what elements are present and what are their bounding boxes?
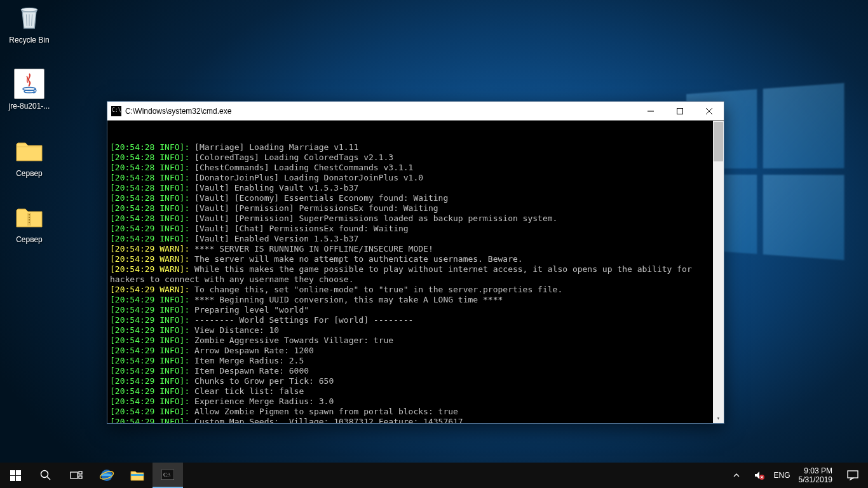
log-line: [20:54:28 INFO]: [Vault] [Permission] Su…: [110, 214, 710, 224]
jre-installer-icon[interactable]: jre-8u201-...: [5, 69, 53, 111]
log-line: [20:54:29 WARN]: The server will make no…: [110, 254, 710, 264]
log-text: Item Merge Radius: 2.5: [189, 356, 304, 365]
svg-rect-13: [16, 470, 21, 475]
ie-icon: [99, 468, 114, 483]
log-line: [20:54:29 INFO]: Preparing level "world": [110, 305, 710, 315]
log-text: -------- World Settings For [world] ----…: [189, 315, 413, 325]
svg-rect-9: [677, 108, 683, 114]
log-timestamp: [20:54:29 WARN]:: [110, 264, 189, 274]
log-line: [20:54:28 INFO]: [ChestCommands] Loading…: [110, 163, 710, 173]
taskbar-cmd[interactable]: C:\: [153, 463, 183, 488]
cmd-title-text: C:\Windows\system32\cmd.exe: [125, 107, 636, 116]
log-text: Preparing level "world": [189, 305, 309, 315]
log-text: Allow Zombie Pigmen to spawn from portal…: [189, 407, 458, 416]
log-text: [Vault] Enabled Version 1.5.3-b37: [189, 234, 358, 243]
log-line: [20:54:29 WARN]: While this makes the ga…: [110, 264, 710, 285]
log-timestamp: [20:54:29 INFO]:: [110, 407, 189, 416]
log-line: [20:54:29 INFO]: Custom Map Seeds: Villa…: [110, 417, 710, 423]
log-timestamp: [20:54:29 INFO]:: [110, 305, 189, 315]
log-line: [20:54:29 INFO]: Chunks to Grow per Tick…: [110, 376, 710, 386]
log-line: [20:54:29 INFO]: Arrow Despawn Rate: 120…: [110, 346, 710, 356]
taskbar-ie[interactable]: [92, 463, 122, 488]
log-timestamp: [20:54:28 INFO]:: [110, 163, 189, 172]
windows-start-icon: [10, 470, 21, 481]
log-text: [Marriage] Loading Marriage v1.11: [189, 142, 358, 152]
svg-rect-12: [10, 470, 15, 475]
log-line: [20:54:29 WARN]: To change this, set "on…: [110, 285, 710, 295]
log-line: [20:54:29 INFO]: Zombie Aggressive Towar…: [110, 336, 710, 346]
log-line: [20:54:29 INFO]: **** Beginning UUID con…: [110, 295, 710, 305]
close-button[interactable]: [695, 102, 724, 120]
log-text: Custom Map Seeds: Village: 10387312 Feat…: [189, 417, 463, 423]
log-line: [20:54:29 INFO]: Item Despawn Rate: 6000: [110, 366, 710, 376]
svg-point-0: [21, 8, 37, 11]
scrollbar-thumb[interactable]: [714, 122, 723, 161]
log-line: [20:54:28 INFO]: [DonatorJoinPlus] Loadi…: [110, 173, 710, 183]
log-line: [20:54:29 INFO]: View Distance: 10: [110, 325, 710, 336]
chevron-up-icon: [733, 472, 740, 478]
log-line: [20:54:28 INFO]: [Marriage] Loading Marr…: [110, 142, 710, 152]
log-text: [Vault] Enabling Vault v1.5.3-b37: [189, 183, 358, 193]
minimize-icon: [648, 108, 654, 114]
server-folder-2[interactable]: Сервер: [5, 202, 53, 244]
log-text: The server will make no attempt to authe…: [189, 254, 522, 264]
log-text: [ColoredTags] Loading ColoredTags v2.1.3: [189, 152, 393, 162]
log-timestamp: [20:54:29 INFO]:: [110, 346, 189, 355]
taskbar-clock[interactable]: 9:03 PM 5/31/2019: [794, 466, 837, 484]
svg-point-16: [41, 471, 48, 478]
log-timestamp: [20:54:28 INFO]:: [110, 152, 189, 162]
log-line: [20:54:28 INFO]: [Vault] [Economy] Essen…: [110, 193, 710, 203]
task-view-button[interactable]: [61, 463, 92, 488]
start-button[interactable]: [0, 463, 31, 488]
action-center-button[interactable]: [837, 463, 868, 488]
svg-rect-20: [79, 476, 82, 478]
maximize-button[interactable]: [665, 102, 695, 120]
cmd-title-bar[interactable]: C:\Windows\system32\cmd.exe: [107, 102, 724, 121]
log-text: While this makes the game possible to pl…: [110, 264, 697, 284]
log-timestamp: [20:54:29 INFO]:: [110, 376, 189, 386]
log-timestamp: [20:54:28 INFO]:: [110, 203, 189, 213]
log-timestamp: [20:54:29 INFO]:: [110, 224, 189, 233]
log-line: [20:54:28 INFO]: [Vault] [Permission] Pe…: [110, 203, 710, 214]
svg-rect-14: [10, 476, 15, 481]
language-indicator[interactable]: ENG: [771, 463, 794, 488]
svg-rect-15: [16, 476, 21, 481]
server-folder-1[interactable]: Сервер: [5, 136, 53, 178]
log-text: To change this, set "online-mode" to "tr…: [189, 285, 562, 294]
notification-icon: [847, 470, 858, 480]
scrollbar-down-arrow[interactable]: ▾: [713, 412, 724, 423]
log-timestamp: [20:54:29 INFO]:: [110, 386, 189, 396]
log-timestamp: [20:54:29 INFO]:: [110, 325, 189, 335]
log-text: [DonatorJoinPlus] Loading DonatorJoinPlu…: [189, 173, 423, 182]
log-text: [Vault] [Permission] PermissionsEx found…: [189, 203, 438, 213]
log-text: Clear tick list: false: [189, 386, 304, 396]
tray-chevron[interactable]: [725, 463, 748, 488]
search-icon: [40, 470, 51, 481]
log-text: **** SERVER IS RUNNING IN OFFLINE/INSECU…: [189, 244, 433, 254]
tray-volume[interactable]: [748, 463, 771, 488]
log-timestamp: [20:54:28 INFO]:: [110, 193, 189, 203]
log-text: [Vault] [Permission] SuperPermissions lo…: [189, 214, 557, 223]
search-button[interactable]: [31, 463, 61, 488]
zip-folder-icon: [15, 205, 43, 229]
clock-date: 5/31/2019: [799, 475, 832, 484]
log-timestamp: [20:54:29 INFO]:: [110, 234, 189, 243]
recycle-bin-icon[interactable]: Recycle Bin: [5, 3, 53, 44]
log-line: [20:54:28 INFO]: [ColoredTags] Loading C…: [110, 152, 710, 163]
cmd-window[interactable]: C:\Windows\system32\cmd.exe [20:54:28 IN…: [107, 101, 724, 424]
cmd-title-icon: [111, 106, 121, 116]
log-timestamp: [20:54:28 INFO]:: [110, 214, 189, 223]
svg-rect-23: [131, 474, 144, 476]
recycle-bin-label: Recycle Bin: [5, 36, 53, 44]
minimize-button[interactable]: [636, 102, 665, 120]
log-timestamp: [20:54:29 WARN]:: [110, 285, 189, 294]
taskbar-explorer[interactable]: [122, 463, 153, 488]
cmd-output-area[interactable]: [20:54:28 INFO]: [Marriage] Loading Marr…: [107, 121, 724, 423]
svg-rect-29: [848, 471, 858, 478]
log-timestamp: [20:54:29 INFO]:: [110, 396, 189, 406]
cmd-scrollbar[interactable]: ▾: [713, 121, 724, 423]
cmd-taskbar-icon: C:\: [161, 470, 174, 480]
log-timestamp: [20:54:28 INFO]:: [110, 173, 189, 182]
log-text: Zombie Aggressive Towards Villager: true: [189, 336, 393, 345]
language-text: ENG: [774, 471, 790, 480]
